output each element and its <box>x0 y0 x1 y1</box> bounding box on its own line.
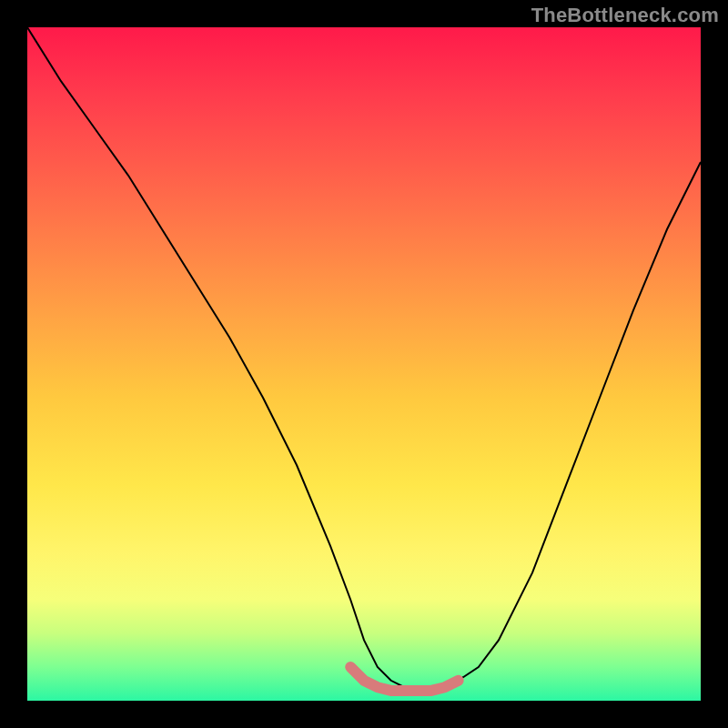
plot-area <box>27 27 701 701</box>
chart-svg <box>27 27 701 701</box>
series-bottleneck-curve <box>27 27 701 687</box>
watermark-text: TheBottleneck.com <box>531 4 719 27</box>
series-sweet-spot-band <box>350 667 458 691</box>
chart-frame: TheBottleneck.com <box>0 0 728 728</box>
